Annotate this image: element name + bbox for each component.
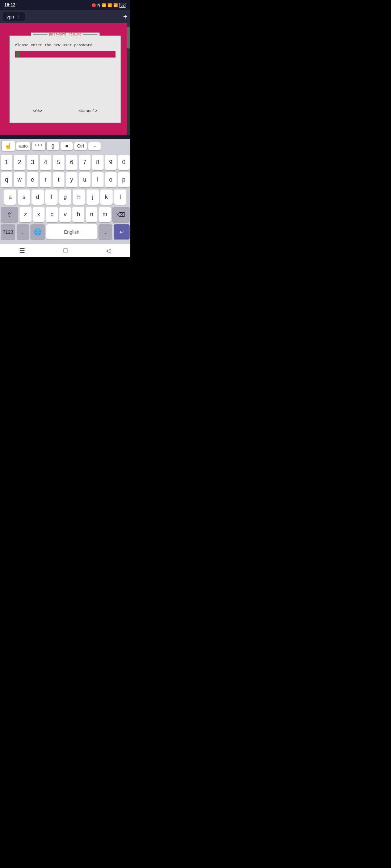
- title-line-left: [33, 34, 47, 35]
- key-f[interactable]: f: [45, 190, 58, 205]
- key-t[interactable]: t: [53, 172, 64, 187]
- keyboard-row-numbers: 1 2 3 4 5 6 7 8 9 0: [1, 155, 130, 170]
- rec-icon: 🔴: [92, 3, 96, 7]
- key-4[interactable]: 4: [40, 155, 51, 170]
- shift-key[interactable]: ⇧: [1, 207, 18, 222]
- menu-nav-button[interactable]: ☰: [19, 247, 25, 255]
- key-o[interactable]: o: [105, 172, 117, 187]
- key-i[interactable]: i: [92, 172, 104, 187]
- key-h[interactable]: h: [73, 190, 85, 205]
- browser-tab-bar: vpn ⋮ +: [0, 10, 130, 23]
- key-2[interactable]: 2: [14, 155, 25, 170]
- key-r[interactable]: r: [40, 172, 51, 187]
- dialog-body: Please enter the new user password <Ok> …: [10, 36, 121, 123]
- ok-button[interactable]: <Ok>: [30, 108, 45, 114]
- nfc-icon: N: [97, 3, 100, 7]
- keyboard: 1 2 3 4 5 6 7 8 9 0 q w e r t y u i o p …: [0, 153, 130, 244]
- key-n[interactable]: n: [86, 207, 98, 222]
- keyboard-row-bottom: ?123 , 🌐 English . ↵: [1, 224, 130, 239]
- key-7[interactable]: 7: [79, 155, 91, 170]
- keyboard-row-zxcvbnm: ⇧ z x c v b n m ⌫: [1, 207, 130, 222]
- key-k[interactable]: k: [100, 190, 113, 205]
- key-9[interactable]: 9: [105, 155, 117, 170]
- dialog-prompt-text: Please enter the new user password: [15, 43, 115, 47]
- back-nav-button[interactable]: ◁: [106, 247, 111, 255]
- scrollbar-thumb[interactable]: [127, 27, 130, 48]
- key-l[interactable]: l: [114, 190, 126, 205]
- key-6[interactable]: 6: [66, 155, 77, 170]
- key-g[interactable]: g: [59, 190, 71, 205]
- tab-menu-dots[interactable]: ⋮: [16, 14, 21, 20]
- dialog-title-text: password dialog: [49, 33, 81, 37]
- status-bar: 18:12 🔴 N 📶 📶 📶 52: [0, 0, 130, 10]
- keyboard-row-qwerty: q w e r t y u i o p: [1, 172, 130, 187]
- signal1-icon: 📶: [108, 3, 112, 7]
- text-cursor: [16, 52, 20, 57]
- period-key[interactable]: .: [98, 224, 112, 239]
- num-sym-key[interactable]: ?123: [1, 224, 15, 239]
- key-0[interactable]: 0: [118, 155, 130, 170]
- password-dialog: password dialog Please enter the new use…: [9, 35, 121, 123]
- key-3[interactable]: 3: [27, 155, 38, 170]
- terminal-area: password dialog Please enter the new use…: [0, 23, 130, 135]
- key-1[interactable]: 1: [1, 155, 12, 170]
- key-b[interactable]: b: [72, 207, 84, 222]
- key-u[interactable]: u: [79, 172, 91, 187]
- navigation-bar: ☰ □ ◁: [0, 244, 130, 257]
- key-j[interactable]: j: [87, 190, 99, 205]
- signal2-icon: 📶: [113, 3, 118, 7]
- vpn-tab-label: vpn: [7, 14, 14, 20]
- key-p[interactable]: p: [118, 172, 130, 187]
- vpn-tab[interactable]: vpn ⋮: [3, 12, 25, 21]
- key-x[interactable]: x: [33, 207, 45, 222]
- password-input-field[interactable]: [15, 51, 115, 58]
- ctrl-button[interactable]: Ctrl: [74, 142, 87, 150]
- title-line-right: [83, 34, 97, 35]
- status-time: 18:12: [4, 3, 16, 8]
- auto-button[interactable]: auto: [16, 142, 31, 150]
- keyboard-toolbar: ☝ auto * * * {} ■ Ctrl ···: [0, 139, 130, 153]
- key-c[interactable]: c: [46, 207, 58, 222]
- key-5[interactable]: 5: [53, 155, 64, 170]
- key-z[interactable]: z: [20, 207, 31, 222]
- backspace-key[interactable]: ⌫: [112, 207, 130, 222]
- wifi-icon: 📶: [102, 3, 106, 7]
- status-icons: 🔴 N 📶 📶 📶 52: [92, 3, 126, 8]
- square-button[interactable]: ■: [60, 142, 73, 150]
- key-e[interactable]: e: [27, 172, 38, 187]
- touch-mode-button[interactable]: ☝: [1, 141, 15, 151]
- stars-button[interactable]: * * *: [31, 142, 46, 150]
- key-v[interactable]: v: [59, 207, 71, 222]
- dialog-buttons: <Ok> <Cancel>: [15, 108, 115, 118]
- globe-key[interactable]: 🌐: [30, 224, 45, 239]
- terminal-scrollbar[interactable]: [127, 23, 130, 135]
- keyboard-row-asdf: a s d f g h j k l: [1, 190, 130, 205]
- comma-key[interactable]: ,: [17, 224, 29, 239]
- key-a[interactable]: a: [4, 190, 16, 205]
- return-key[interactable]: ↵: [114, 224, 130, 239]
- space-key[interactable]: English: [46, 224, 97, 239]
- dialog-title-bar: password dialog: [31, 33, 100, 37]
- key-s[interactable]: s: [18, 190, 30, 205]
- battery-icon: 52: [119, 3, 126, 8]
- braces-button[interactable]: {}: [46, 142, 59, 150]
- key-w[interactable]: w: [14, 172, 25, 187]
- terminal-bottom-bar: [0, 135, 130, 139]
- home-nav-button[interactable]: □: [64, 247, 68, 254]
- key-8[interactable]: 8: [92, 155, 104, 170]
- key-y[interactable]: y: [66, 172, 77, 187]
- key-m[interactable]: m: [99, 207, 111, 222]
- new-tab-button[interactable]: +: [123, 13, 127, 21]
- key-d[interactable]: d: [31, 190, 44, 205]
- key-q[interactable]: q: [1, 172, 12, 187]
- cancel-button[interactable]: <Cancel>: [75, 108, 100, 114]
- more-button[interactable]: ···: [88, 142, 101, 150]
